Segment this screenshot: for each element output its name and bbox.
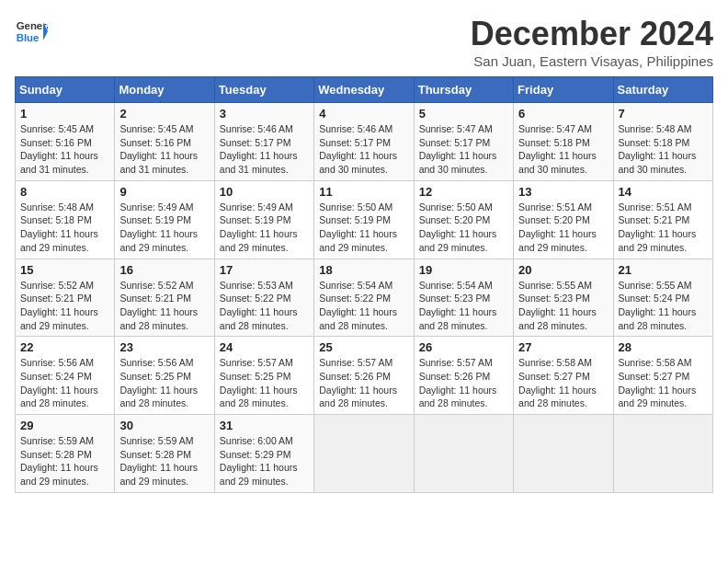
svg-text:General: General: [17, 20, 48, 31]
day-number: 5: [419, 107, 508, 121]
calendar-week-row: 8Sunrise: 5:48 AM Sunset: 5:18 PM Daylig…: [16, 180, 713, 259]
day-info: Sunrise: 5:59 AM Sunset: 5:28 PM Dayligh…: [20, 434, 109, 488]
day-info: Sunrise: 5:52 AM Sunset: 5:21 PM Dayligh…: [119, 279, 209, 333]
table-row: 4Sunrise: 5:46 AM Sunset: 5:17 PM Daylig…: [314, 103, 414, 181]
day-info: Sunrise: 5:55 AM Sunset: 5:24 PM Dayligh…: [619, 279, 708, 333]
table-row: 26Sunrise: 5:57 AM Sunset: 5:26 PM Dayli…: [414, 337, 513, 415]
table-row: 8Sunrise: 5:48 AM Sunset: 5:18 PM Daylig…: [16, 180, 115, 259]
table-row: 13Sunrise: 5:51 AM Sunset: 5:20 PM Dayli…: [514, 180, 613, 259]
day-number: 24: [220, 340, 309, 354]
day-info: Sunrise: 5:56 AM Sunset: 5:24 PM Dayligh…: [20, 356, 109, 410]
table-row: 10Sunrise: 5:49 AM Sunset: 5:19 PM Dayli…: [214, 180, 313, 259]
table-row: 24Sunrise: 5:57 AM Sunset: 5:25 PM Dayli…: [214, 337, 313, 415]
title-area: December 2024 San Juan, Eastern Visayas,…: [471, 15, 713, 69]
day-number: 23: [119, 340, 209, 354]
day-number: 26: [419, 340, 508, 354]
table-row: 9Sunrise: 5:49 AM Sunset: 5:19 PM Daylig…: [115, 180, 214, 259]
day-info: Sunrise: 5:48 AM Sunset: 5:18 PM Dayligh…: [20, 201, 109, 255]
header-friday: Friday: [514, 77, 613, 103]
table-row: 15Sunrise: 5:52 AM Sunset: 5:21 PM Dayli…: [16, 259, 115, 337]
day-number: 10: [220, 185, 309, 199]
logo-icon: General Blue: [15, 15, 48, 48]
day-number: 11: [319, 185, 408, 199]
day-info: Sunrise: 5:51 AM Sunset: 5:20 PM Dayligh…: [518, 201, 608, 255]
table-row: 20Sunrise: 5:55 AM Sunset: 5:23 PM Dayli…: [514, 259, 613, 337]
day-info: Sunrise: 5:50 AM Sunset: 5:20 PM Dayligh…: [419, 201, 508, 255]
table-row: 22Sunrise: 5:56 AM Sunset: 5:24 PM Dayli…: [16, 337, 115, 415]
day-info: Sunrise: 5:57 AM Sunset: 5:26 PM Dayligh…: [319, 356, 408, 410]
table-row: 12Sunrise: 5:50 AM Sunset: 5:20 PM Dayli…: [414, 180, 513, 259]
day-info: Sunrise: 5:50 AM Sunset: 5:19 PM Dayligh…: [319, 201, 408, 255]
day-number: 6: [518, 107, 608, 121]
day-number: 20: [518, 263, 608, 277]
day-info: Sunrise: 5:58 AM Sunset: 5:27 PM Dayligh…: [518, 356, 608, 410]
logo: General Blue: [15, 15, 48, 48]
day-info: Sunrise: 5:53 AM Sunset: 5:22 PM Dayligh…: [220, 279, 309, 333]
table-row: 31Sunrise: 6:00 AM Sunset: 5:29 PM Dayli…: [214, 415, 313, 493]
day-info: Sunrise: 5:55 AM Sunset: 5:23 PM Dayligh…: [518, 279, 608, 333]
day-number: 27: [518, 340, 608, 354]
day-info: Sunrise: 5:48 AM Sunset: 5:18 PM Dayligh…: [619, 122, 708, 177]
day-number: 14: [619, 185, 708, 199]
svg-text:Blue: Blue: [17, 32, 40, 43]
table-row: [613, 415, 712, 493]
day-number: 21: [619, 263, 708, 277]
table-row: 23Sunrise: 5:56 AM Sunset: 5:25 PM Dayli…: [115, 337, 214, 415]
day-info: Sunrise: 5:45 AM Sunset: 5:16 PM Dayligh…: [119, 122, 209, 177]
day-info: Sunrise: 5:54 AM Sunset: 5:22 PM Dayligh…: [319, 279, 408, 333]
day-number: 13: [518, 185, 608, 199]
table-row: 27Sunrise: 5:58 AM Sunset: 5:27 PM Dayli…: [514, 337, 613, 415]
day-info: Sunrise: 5:49 AM Sunset: 5:19 PM Dayligh…: [220, 201, 309, 255]
day-number: 31: [220, 419, 309, 432]
day-number: 25: [319, 340, 408, 354]
calendar-week-row: 1Sunrise: 5:45 AM Sunset: 5:16 PM Daylig…: [16, 103, 713, 181]
day-info: Sunrise: 5:57 AM Sunset: 5:25 PM Dayligh…: [220, 356, 309, 410]
table-row: [314, 415, 414, 493]
day-info: Sunrise: 5:47 AM Sunset: 5:18 PM Dayligh…: [518, 122, 608, 177]
day-number: 30: [119, 419, 209, 432]
table-row: 19Sunrise: 5:54 AM Sunset: 5:23 PM Dayli…: [414, 259, 513, 337]
day-info: Sunrise: 5:47 AM Sunset: 5:17 PM Dayligh…: [419, 122, 508, 177]
day-number: 12: [419, 185, 508, 199]
calendar-week-row: 22Sunrise: 5:56 AM Sunset: 5:24 PM Dayli…: [16, 337, 713, 415]
table-row: 17Sunrise: 5:53 AM Sunset: 5:22 PM Dayli…: [214, 259, 313, 337]
day-number: 8: [20, 185, 109, 199]
table-row: 16Sunrise: 5:52 AM Sunset: 5:21 PM Dayli…: [115, 259, 214, 337]
day-info: Sunrise: 5:58 AM Sunset: 5:27 PM Dayligh…: [619, 356, 708, 410]
table-row: 21Sunrise: 5:55 AM Sunset: 5:24 PM Dayli…: [613, 259, 712, 337]
table-row: 3Sunrise: 5:46 AM Sunset: 5:17 PM Daylig…: [214, 103, 313, 181]
day-number: 15: [20, 263, 109, 277]
header-monday: Monday: [115, 77, 214, 103]
day-info: Sunrise: 5:51 AM Sunset: 5:21 PM Dayligh…: [619, 201, 708, 255]
table-row: 6Sunrise: 5:47 AM Sunset: 5:18 PM Daylig…: [514, 103, 613, 181]
day-info: Sunrise: 5:46 AM Sunset: 5:17 PM Dayligh…: [220, 122, 309, 177]
table-row: 14Sunrise: 5:51 AM Sunset: 5:21 PM Dayli…: [613, 180, 712, 259]
table-row: 18Sunrise: 5:54 AM Sunset: 5:22 PM Dayli…: [314, 259, 414, 337]
day-number: 18: [319, 263, 408, 277]
header-tuesday: Tuesday: [214, 77, 313, 103]
day-info: Sunrise: 5:46 AM Sunset: 5:17 PM Dayligh…: [319, 122, 408, 177]
day-info: Sunrise: 5:49 AM Sunset: 5:19 PM Dayligh…: [119, 201, 209, 255]
calendar-header-row: Sunday Monday Tuesday Wednesday Thursday…: [16, 77, 713, 103]
day-info: Sunrise: 5:54 AM Sunset: 5:23 PM Dayligh…: [419, 279, 508, 333]
calendar-week-row: 29Sunrise: 5:59 AM Sunset: 5:28 PM Dayli…: [16, 415, 713, 493]
day-number: 17: [220, 263, 309, 277]
table-row: 25Sunrise: 5:57 AM Sunset: 5:26 PM Dayli…: [314, 337, 414, 415]
day-number: 9: [119, 185, 209, 199]
calendar-week-row: 15Sunrise: 5:52 AM Sunset: 5:21 PM Dayli…: [16, 259, 713, 337]
page-header: General Blue December 2024 San Juan, Eas…: [15, 15, 713, 69]
day-number: 2: [119, 107, 209, 121]
table-row: 2Sunrise: 5:45 AM Sunset: 5:16 PM Daylig…: [115, 103, 214, 181]
day-number: 28: [619, 340, 708, 354]
header-thursday: Thursday: [414, 77, 513, 103]
day-number: 19: [419, 263, 508, 277]
header-sunday: Sunday: [16, 77, 115, 103]
day-number: 3: [220, 107, 309, 121]
day-info: Sunrise: 5:59 AM Sunset: 5:28 PM Dayligh…: [119, 434, 209, 488]
day-number: 29: [20, 419, 109, 432]
table-row: 1Sunrise: 5:45 AM Sunset: 5:16 PM Daylig…: [16, 103, 115, 181]
header-wednesday: Wednesday: [314, 77, 414, 103]
day-number: 16: [119, 263, 209, 277]
day-info: Sunrise: 6:00 AM Sunset: 5:29 PM Dayligh…: [220, 434, 309, 488]
table-row: [514, 415, 613, 493]
